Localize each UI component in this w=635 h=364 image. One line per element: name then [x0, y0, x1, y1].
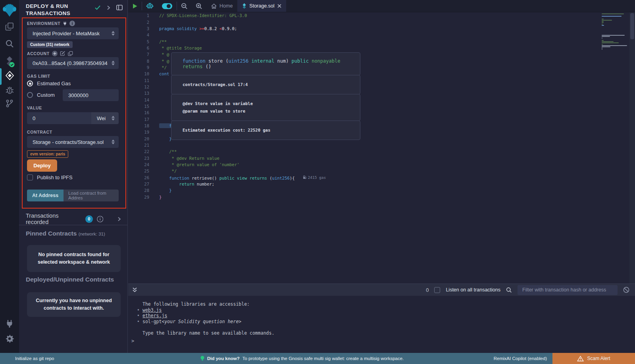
ai-copilot-robot-icon[interactable]: [142, 0, 158, 12]
custom-gas-radio[interactable]: Custom: [27, 92, 55, 98]
pinned-contracts-header: Pinned Contracts (network: 31): [26, 230, 105, 237]
deploy-button[interactable]: Deploy: [27, 159, 57, 172]
at-address-button[interactable]: At Address: [27, 190, 64, 201]
editor-scrollbar[interactable]: [629, 12, 635, 284]
network-badge: Custom (31) network: [27, 41, 73, 48]
unpinned-empty-message: Currently you have no unpinned contracts…: [27, 292, 121, 317]
custom-gas-input[interactable]: 3000000: [63, 89, 119, 101]
terminal-line: The following libraries are accessible:: [128, 301, 635, 307]
value-input[interactable]: 0: [27, 112, 91, 124]
evm-version-badge: evm version: paris: [27, 150, 68, 158]
radio-icon[interactable]: [27, 80, 33, 86]
edit-account-icon[interactable]: [60, 51, 65, 56]
listen-all-checkbox[interactable]: [434, 287, 440, 293]
code-line: 6 * @title Storage: [128, 45, 635, 51]
clear-console-icon[interactable]: [623, 287, 629, 293]
contract-select[interactable]: Storage - contracts/Storage.sol: [27, 136, 119, 148]
line-number: 21: [128, 143, 149, 148]
terminal: 0 Listen on all transactions Filter with…: [128, 284, 635, 353]
line-number: 29: [128, 195, 149, 199]
panel-divider: [19, 225, 127, 225]
pinned-empty-message: No pinned contracts found for selected w…: [27, 245, 121, 272]
listen-all-label: Listen on all transactions: [446, 287, 500, 293]
ai-copilot-toggle[interactable]: [158, 0, 177, 12]
line-number: 28: [128, 188, 149, 193]
panel-title: DEPLOY & RUN TRANSACTIONS: [26, 3, 99, 17]
minimap[interactable]: [602, 13, 628, 50]
file-explorer-icon[interactable]: [0, 22, 19, 31]
radio-icon[interactable]: [27, 92, 33, 98]
scrollbar-thumb[interactable]: [630, 13, 634, 39]
tooltip-signature: function store (uint256 internal num) pu…: [171, 52, 360, 75]
terminal-line: •sol-gpt <your Solidity question here>: [128, 319, 635, 325]
git-icon[interactable]: [0, 99, 19, 108]
code-line: 28 }: [128, 187, 635, 193]
panel-chevron-icon[interactable]: [107, 5, 110, 10]
terminal-line: [128, 324, 635, 330]
transactions-recorded-row: Transactions recorded 0: [26, 213, 121, 225]
value-label: VALUE: [27, 105, 42, 110]
terminal-header: 0 Listen on all transactions Filter with…: [128, 284, 635, 296]
line-number: 12: [128, 84, 149, 89]
line-number: 26: [128, 175, 149, 180]
zoom-in-icon[interactable]: [192, 0, 206, 12]
line-number: 24: [128, 162, 149, 167]
transactions-expand-icon[interactable]: [117, 216, 121, 222]
add-account-icon[interactable]: [52, 51, 58, 56]
terminal-search-icon[interactable]: [506, 287, 512, 293]
collapse-terminal-icon[interactable]: [132, 287, 137, 293]
tooltip-docs: @dev Store value in variable @param num …: [171, 94, 360, 121]
copilot-status[interactable]: RemixAI Copilot (enabled): [494, 356, 547, 361]
estimated-gas-radio[interactable]: Estimated Gas: [27, 80, 71, 86]
plug-mini-icon: [63, 21, 67, 26]
account-select[interactable]: 0xA03...85ac4 (0.398673504934: [27, 57, 119, 69]
account-label: ACCOUNT: [27, 51, 73, 56]
panel-layout-icon[interactable]: [116, 5, 123, 10]
line-number: 14: [128, 98, 149, 102]
deploy-run-panel: DEPLOY & RUN TRANSACTIONS ENVIRONMENT In…: [19, 0, 128, 353]
plugin-manager-icon[interactable]: [0, 319, 19, 328]
at-address-input[interactable]: Load contract from Addres: [64, 190, 119, 201]
icon-rail: [0, 0, 19, 353]
transactions-info-icon[interactable]: [97, 216, 104, 222]
search-icon[interactable]: [0, 39, 19, 48]
terminal-link[interactable]: ethers.js: [142, 313, 167, 319]
code-line: 2: [128, 19, 635, 25]
tab-home[interactable]: Home: [206, 0, 237, 12]
copy-account-icon[interactable]: [68, 51, 73, 56]
did-you-know-tip: Did you know? To prototype using the Gno…: [200, 356, 404, 361]
zoom-out-icon[interactable]: [177, 0, 192, 12]
terminal-line: •web3.js: [128, 307, 635, 313]
line-number: 8: [128, 59, 149, 63]
remix-logo-icon[interactable]: [0, 3, 19, 17]
publish-ipfs-checkbox[interactable]: [27, 174, 33, 180]
solidity-compiler-icon[interactable]: [0, 56, 19, 68]
tooltip-gas-estimate: Estimated execution cost: 22520 gas: [171, 121, 360, 140]
line-number: 1: [128, 13, 149, 18]
terminal-link[interactable]: web3.js: [142, 307, 162, 313]
status-bar: Initialize as git repo Did you know? To …: [0, 353, 635, 364]
debugger-icon[interactable]: [0, 86, 19, 95]
publish-ipfs-row[interactable]: Publish to IPFS: [27, 174, 73, 180]
scam-alert-button[interactable]: Scam Alert: [552, 353, 635, 364]
line-number: 5: [128, 39, 149, 44]
stepper-icon: [112, 116, 115, 121]
gas-limit-label: GAS LIMIT: [27, 74, 50, 79]
contract-label: CONTRACT: [27, 130, 52, 134]
deploy-and-run-icon[interactable]: [0, 71, 19, 80]
tab-storage-sol[interactable]: Storage.sol: [237, 0, 286, 12]
filter-transactions-input[interactable]: Filter with transaction hash or address: [518, 285, 618, 295]
info-icon[interactable]: [69, 21, 75, 26]
environment-select[interactable]: Injected Provider - MetaMask: [27, 27, 119, 39]
line-number: 6: [128, 46, 149, 50]
settings-gear-icon[interactable]: [0, 334, 19, 343]
terminal-prompt[interactable]: >: [131, 338, 134, 344]
code-line: 22 /**: [128, 148, 635, 155]
line-number: 11: [128, 78, 149, 83]
close-tab-icon[interactable]: [277, 4, 281, 8]
transactions-recorded-label: Transactions recorded: [26, 213, 81, 225]
code-line: 29}: [128, 194, 635, 200]
run-script-button[interactable]: [128, 0, 142, 12]
init-git-repo-button[interactable]: Initialize as git repo: [15, 356, 54, 361]
value-unit-select[interactable]: Wei: [91, 112, 119, 124]
